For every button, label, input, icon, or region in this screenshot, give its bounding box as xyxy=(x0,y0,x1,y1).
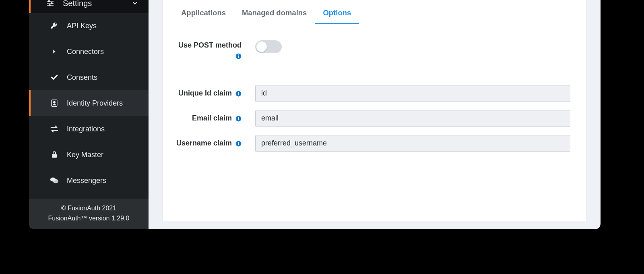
sidebar-item-label: Messengers xyxy=(67,176,106,185)
sidebar-item-integrations[interactable]: Integrations xyxy=(29,116,149,142)
version-text: FusionAuth™ version 1.29.0 xyxy=(32,214,145,224)
sidebar-item-key-master[interactable]: Key Master xyxy=(29,142,149,168)
key-icon xyxy=(49,21,60,31)
svg-point-3 xyxy=(48,0,50,2)
info-icon[interactable] xyxy=(235,91,242,97)
tab-managed-domains[interactable]: Managed domains xyxy=(234,4,315,24)
label-email: Email claim xyxy=(173,113,246,123)
sidebar-item-identity-providers[interactable]: Identity Providers xyxy=(29,90,149,116)
check-icon xyxy=(49,72,60,83)
copyright-text: © FusionAuth 2021 xyxy=(32,203,145,214)
sidebar-footer: © FusionAuth 2021 FusionAuth™ version 1.… xyxy=(29,199,149,229)
tab-label: Applications xyxy=(181,8,226,17)
row-username: Username claim xyxy=(173,135,570,152)
id-badge-icon xyxy=(49,98,60,108)
sidebar-item-connectors[interactable]: Connectors xyxy=(29,39,149,64)
email-claim-input[interactable] xyxy=(255,110,570,127)
svg-point-22 xyxy=(238,142,239,143)
info-icon[interactable] xyxy=(235,116,242,122)
row-unique-id: Unique Id claim xyxy=(173,85,570,102)
label-text: Username claim xyxy=(176,139,232,147)
svg-rect-21 xyxy=(238,143,239,145)
settings-card: Applications Managed domains Options Use… xyxy=(162,0,587,221)
svg-rect-8 xyxy=(52,154,57,158)
tab-label: Managed domains xyxy=(242,8,307,17)
svg-point-13 xyxy=(238,54,239,55)
username-claim-input[interactable] xyxy=(255,135,570,152)
svg-rect-15 xyxy=(238,93,239,95)
sidebar-item-label: Integrations xyxy=(67,125,105,133)
options-form: Use POST method xyxy=(173,40,576,152)
use-post-toggle[interactable] xyxy=(255,40,282,53)
sliders-icon xyxy=(45,0,56,8)
label-username: Username claim xyxy=(173,138,246,148)
info-icon[interactable] xyxy=(235,141,242,147)
label-text: Unique Id claim xyxy=(178,89,232,97)
tab-applications[interactable]: Applications xyxy=(173,4,234,24)
sidebar-item-label: Key Master xyxy=(67,151,103,159)
info-icon[interactable] xyxy=(235,53,242,59)
main-content: Applications Managed domains Options Use… xyxy=(149,0,601,229)
label-text: Email claim xyxy=(192,114,232,122)
label-use-post: Use POST method xyxy=(173,40,246,61)
sidebar-nav: Settings API Keys Connectors xyxy=(29,0,149,199)
sidebar-header-label: Settings xyxy=(63,0,92,8)
label-unique-id: Unique Id claim xyxy=(173,88,246,98)
app-window: Settings API Keys Connectors xyxy=(29,0,601,229)
tab-label: Options xyxy=(323,8,351,17)
sidebar-header-settings[interactable]: Settings xyxy=(29,0,149,13)
svg-point-4 xyxy=(51,2,52,4)
svg-point-16 xyxy=(238,92,239,93)
label-text: Use POST method xyxy=(178,41,242,49)
comments-icon xyxy=(49,175,60,186)
tab-bar: Applications Managed domains Options xyxy=(173,0,576,24)
exchange-icon xyxy=(49,124,60,134)
sidebar-item-messengers[interactable]: Messengers xyxy=(29,168,149,193)
sidebar-item-label: Consents xyxy=(67,73,97,82)
lock-icon xyxy=(49,149,60,160)
toggle-knob xyxy=(256,42,267,52)
svg-point-7 xyxy=(54,102,56,104)
sidebar-item-api-keys[interactable]: API Keys xyxy=(29,13,149,39)
svg-rect-12 xyxy=(238,56,239,58)
svg-point-5 xyxy=(49,4,50,6)
row-use-post: Use POST method xyxy=(173,40,570,61)
sidebar: Settings API Keys Connectors xyxy=(29,0,149,229)
chevron-down-icon xyxy=(132,0,138,6)
row-email: Email claim xyxy=(173,110,570,127)
svg-point-19 xyxy=(238,117,239,118)
sidebar-item-label: API Keys xyxy=(67,22,97,30)
sidebar-item-consents[interactable]: Consents xyxy=(29,64,149,90)
tab-options[interactable]: Options xyxy=(315,4,359,24)
unique-id-input[interactable] xyxy=(255,85,570,102)
chevron-right-icon xyxy=(49,46,60,57)
svg-point-10 xyxy=(53,179,59,183)
sidebar-item-label: Identity Providers xyxy=(67,99,123,108)
svg-rect-18 xyxy=(238,118,239,120)
sidebar-item-label: Connectors xyxy=(67,48,104,56)
